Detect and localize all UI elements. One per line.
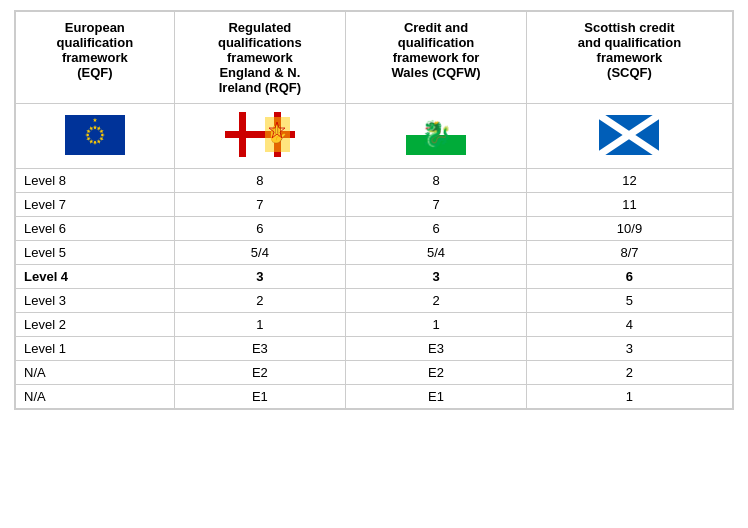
cqfw-value: 7: [346, 193, 527, 217]
scqf-value: 4: [526, 313, 732, 337]
table-row: Level 55/45/48/7: [16, 241, 733, 265]
cqfw-value: 2: [346, 289, 527, 313]
table-row: Level 77711: [16, 193, 733, 217]
eqf-level: Level 1: [16, 337, 175, 361]
cqfw-value: 8: [346, 169, 527, 193]
scqf-value: 12: [526, 169, 732, 193]
table-row: N/AE1E11: [16, 385, 733, 409]
england-nireand-flag-icon: ✋: [225, 112, 295, 157]
eqf-level: N/A: [16, 385, 175, 409]
table-row: Level 1E3E33: [16, 337, 733, 361]
eqf-level: N/A: [16, 361, 175, 385]
cqfw-value: E3: [346, 337, 527, 361]
qualification-framework-table: Europeanqualificationframework(EQF) Regu…: [14, 10, 734, 410]
eu-flag-icon: [65, 115, 125, 155]
table-row: Level 88812: [16, 169, 733, 193]
scqf-value: 1: [526, 385, 732, 409]
table-row: N/AE2E22: [16, 361, 733, 385]
scqf-value: 10/9: [526, 217, 732, 241]
rqf-value: 7: [174, 193, 345, 217]
svg-rect-16: [225, 131, 260, 138]
cqfw-value: E1: [346, 385, 527, 409]
cqfw-header: Credit andqualificationframework forWale…: [346, 12, 527, 104]
eqf-level: Level 5: [16, 241, 175, 265]
scqf-value: 8/7: [526, 241, 732, 265]
rqf-header: RegulatedqualificationsframeworkEngland …: [174, 12, 345, 104]
rqf-value: E1: [174, 385, 345, 409]
eqf-level: Level 3: [16, 289, 175, 313]
wales-flag-icon: 🐉: [406, 115, 466, 155]
rqf-value: 2: [174, 289, 345, 313]
cqfw-value: 1: [346, 313, 527, 337]
rqf-value: 5/4: [174, 241, 345, 265]
scqf-value: 3: [526, 337, 732, 361]
scotland-flag-icon: [599, 115, 659, 155]
rqf-value: 3: [174, 265, 345, 289]
scqf-value: 6: [526, 265, 732, 289]
eu-flag-cell: [16, 104, 175, 169]
eqf-level: Level 8: [16, 169, 175, 193]
rqf-value: E3: [174, 337, 345, 361]
table-row: Level 4336: [16, 265, 733, 289]
scqf-value: 2: [526, 361, 732, 385]
scqf-value: 11: [526, 193, 732, 217]
cqfw-flag-cell: 🐉: [346, 104, 527, 169]
eqf-level: Level 7: [16, 193, 175, 217]
rqf-value: 6: [174, 217, 345, 241]
rqf-flag-cell: ✋: [174, 104, 345, 169]
rqf-value: E2: [174, 361, 345, 385]
rqf-value: 1: [174, 313, 345, 337]
table-row: Level 2114: [16, 313, 733, 337]
table-row: Level 66610/9: [16, 217, 733, 241]
rqf-value: 8: [174, 169, 345, 193]
eqf-header: Europeanqualificationframework(EQF): [16, 12, 175, 104]
table-row: Level 3225: [16, 289, 733, 313]
scqf-value: 5: [526, 289, 732, 313]
cqfw-value: 3: [346, 265, 527, 289]
cqfw-value: 6: [346, 217, 527, 241]
eqf-level: Level 2: [16, 313, 175, 337]
scqf-flag-cell: [526, 104, 732, 169]
scqf-header: Scottish creditand qualificationframewor…: [526, 12, 732, 104]
cqfw-value: 5/4: [346, 241, 527, 265]
cqfw-value: E2: [346, 361, 527, 385]
svg-text:🐉: 🐉: [420, 118, 453, 150]
eqf-level: Level 4: [16, 265, 175, 289]
eqf-level: Level 6: [16, 217, 175, 241]
